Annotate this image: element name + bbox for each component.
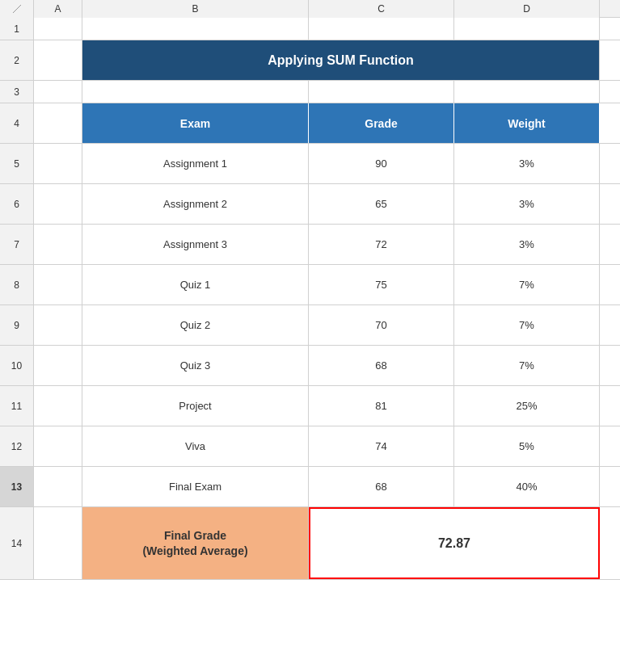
cell-8d-weight[interactable]: 7% [454, 265, 600, 304]
row-header-14: 14 [0, 507, 34, 579]
col-header-a[interactable]: A [34, 0, 82, 18]
row-header-13: 13 [0, 467, 34, 506]
cell-2a[interactable] [34, 40, 82, 80]
cell-11c-grade[interactable]: 81 [309, 386, 454, 426]
rows-area: 1 2 Applying SUM Function 3 4 Exam Grade [0, 18, 620, 580]
cell-3b[interactable] [82, 81, 309, 103]
cell-6a[interactable] [34, 184, 82, 224]
cell-7b-exam[interactable]: Assignment 3 [82, 225, 309, 264]
cell-12a[interactable] [34, 426, 82, 466]
row-header-3: 3 [0, 81, 34, 103]
cell-1b[interactable] [82, 18, 309, 40]
cell-7c-grade[interactable]: 72 [309, 225, 454, 264]
cell-7a[interactable] [34, 225, 82, 264]
col-header-c[interactable]: C [309, 0, 454, 18]
cell-7d-weight[interactable]: 3% [454, 225, 600, 264]
cell-8a[interactable] [34, 265, 82, 304]
cell-6c-grade[interactable]: 65 [309, 184, 454, 224]
corner-cell [0, 0, 34, 18]
cell-1c[interactable] [309, 18, 454, 40]
cell-9c-grade[interactable]: 70 [309, 305, 454, 345]
row-header-6: 6 [0, 184, 34, 224]
row-13: 13 Final Exam 68 40% [0, 467, 620, 507]
cell-1a[interactable] [34, 18, 82, 40]
cell-13b-exam[interactable]: Final Exam [82, 467, 309, 506]
row-header-5: 5 [0, 144, 34, 183]
row-header-11: 11 [0, 386, 34, 426]
cell-9b-exam[interactable]: Quiz 2 [82, 305, 309, 345]
cell-3a[interactable] [34, 81, 82, 103]
header-weight: Weight [454, 103, 600, 143]
col-header-d[interactable]: D [454, 0, 600, 18]
cell-4a[interactable] [34, 103, 82, 143]
cell-3c[interactable] [309, 81, 454, 103]
cell-5d-weight[interactable]: 3% [454, 144, 600, 183]
cell-14a[interactable] [34, 507, 82, 579]
row-6: 6 Assignment 2 65 3% [0, 184, 620, 225]
cell-12c-grade[interactable]: 74 [309, 426, 454, 466]
cell-10b-exam[interactable]: Quiz 3 [82, 346, 309, 385]
column-headers: A B C D [0, 0, 620, 18]
header-grade: Grade [309, 103, 454, 143]
row-3: 3 [0, 81, 620, 103]
cell-5a[interactable] [34, 144, 82, 183]
cell-8c-grade[interactable]: 75 [309, 265, 454, 304]
cell-11b-exam[interactable]: Project [82, 386, 309, 426]
row-7: 7 Assignment 3 72 3% [0, 225, 620, 265]
row-1: 1 [0, 18, 620, 40]
cell-11d-weight[interactable]: 25% [454, 386, 600, 426]
title-cell: Applying SUM Function [82, 40, 600, 80]
col-header-b[interactable]: B [82, 0, 309, 18]
final-grade-value[interactable]: 72.87 [309, 507, 600, 579]
cell-10d-weight[interactable]: 7% [454, 346, 600, 385]
row-header-7: 7 [0, 225, 34, 264]
cell-13c-grade[interactable]: 68 [309, 467, 454, 506]
final-grade-label: Final Grade(Weighted Average) [82, 507, 309, 579]
row-2: 2 Applying SUM Function [0, 40, 620, 81]
row-8: 8 Quiz 1 75 7% [0, 265, 620, 305]
svg-line-0 [13, 5, 21, 13]
row-12: 12 Viva 74 5% [0, 426, 620, 467]
cell-12d-weight[interactable]: 5% [454, 426, 600, 466]
row-header-8: 8 [0, 265, 34, 304]
cell-5b-exam[interactable]: Assignment 1 [82, 144, 309, 183]
header-exam: Exam [82, 103, 309, 143]
row-header-10: 10 [0, 346, 34, 385]
cell-9d-weight[interactable]: 7% [454, 305, 600, 345]
cell-13a[interactable] [34, 467, 82, 506]
cell-10c-grade[interactable]: 68 [309, 346, 454, 385]
row-10: 10 Quiz 3 68 7% [0, 346, 620, 386]
cell-12b-exam[interactable]: Viva [82, 426, 309, 466]
row-4: 4 Exam Grade Weight [0, 103, 620, 144]
row-header-2: 2 [0, 40, 34, 80]
row-header-12: 12 [0, 426, 34, 466]
row-11: 11 Project 81 25% [0, 386, 620, 426]
cell-8b-exam[interactable]: Quiz 1 [82, 265, 309, 304]
cell-10a[interactable] [34, 346, 82, 385]
row-header-9: 9 [0, 305, 34, 345]
cell-13d-weight[interactable]: 40% [454, 467, 600, 506]
cell-3d[interactable] [454, 81, 600, 103]
row-14: 14 Final Grade(Weighted Average) 72.87 [0, 507, 620, 580]
row-5: 5 Assignment 1 90 3% [0, 144, 620, 184]
row-9: 9 Quiz 2 70 7% [0, 305, 620, 346]
cell-9a[interactable] [34, 305, 82, 345]
cell-6b-exam[interactable]: Assignment 2 [82, 184, 309, 224]
cell-1d[interactable] [454, 18, 600, 40]
spreadsheet: A B C D 1 2 Applying SUM Function 3 [0, 0, 620, 672]
cell-6d-weight[interactable]: 3% [454, 184, 600, 224]
cell-5c-grade[interactable]: 90 [309, 144, 454, 183]
row-header-1: 1 [0, 18, 34, 40]
cell-11a[interactable] [34, 386, 82, 426]
row-header-4: 4 [0, 103, 34, 143]
